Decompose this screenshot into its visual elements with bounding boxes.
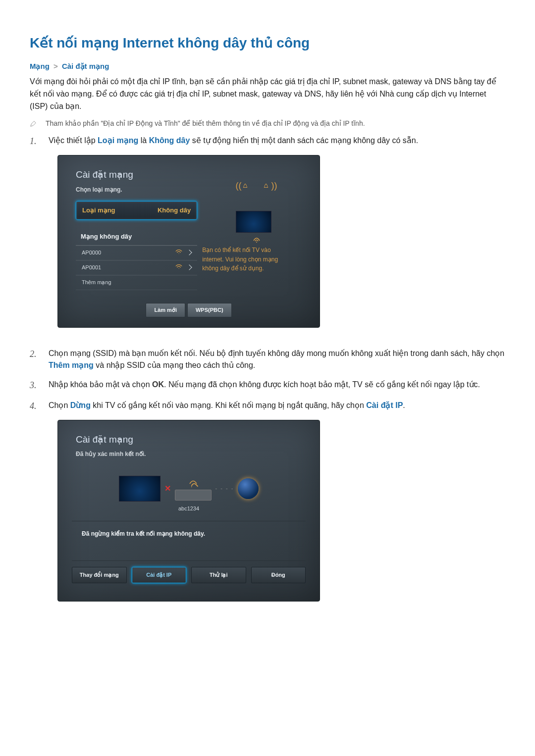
help-line-3: không dây để sử dụng.	[202, 264, 311, 273]
ap-name: AP0000	[82, 249, 101, 257]
breadcrumb: Mạng > Cài đặt mạng	[30, 62, 505, 71]
monitor-icon	[119, 476, 160, 502]
ap-item-1[interactable]: AP0001	[76, 260, 197, 275]
step-number-1: 1.	[30, 135, 40, 340]
wave-right-icon: 𑀏))	[263, 179, 277, 193]
step-number-4: 4.	[30, 400, 40, 614]
panel1-subtitle: Chọn loại mạng.	[58, 182, 320, 202]
connection-dots-icon: - - - -	[215, 484, 234, 493]
note-text: Tham khảo phần "Địa chỉ IP Động và Tĩnh"…	[46, 119, 365, 127]
network-type-select[interactable]: Loại mạng Không dây	[76, 201, 197, 220]
panel2-subtitle: Đã hủy xác minh kết nối.	[58, 447, 320, 466]
breadcrumb-sep: >	[52, 62, 60, 70]
wave-left-icon: ((𑀏	[236, 179, 251, 193]
close-button[interactable]: Đóng	[251, 567, 306, 583]
change-network-button[interactable]: Thay đổi mạng	[72, 567, 127, 583]
monitor-icon	[236, 211, 271, 233]
step-number-3: 3.	[30, 379, 40, 393]
connection-diagram: ✕ - - - -	[72, 469, 306, 504]
network-type-value: Không dây	[158, 205, 191, 215]
connected-ap-label: abc1234	[72, 504, 306, 513]
globe-icon	[238, 478, 259, 499]
wps-button[interactable]: WPS(PBC)	[187, 303, 232, 317]
router-icon	[175, 490, 212, 501]
help-line-2: internet. Vui lòng chọn mạng	[202, 255, 311, 264]
refresh-button[interactable]: Làm mới	[146, 303, 185, 317]
status-message: Đã ngừng kiểm tra kết nối mạng không dây…	[72, 521, 306, 561]
step-4-text: Chọn Dừng khi TV cố gắng kết nối vào mạn…	[49, 400, 405, 614]
add-network-item[interactable]: Thêm mạng	[76, 275, 197, 290]
panel1-title: Cài đặt mạng	[58, 155, 320, 182]
fail-x-icon: ✕	[164, 483, 171, 495]
network-type-label: Loại mạng	[82, 205, 115, 215]
breadcrumb-network: Mạng	[30, 62, 50, 70]
intro-text: Với mạng đòi hỏi phải có một địa chỉ IP …	[30, 76, 505, 112]
add-network-label: Thêm mạng	[82, 278, 111, 287]
panel2-title: Cài đặt mạng	[58, 420, 320, 447]
ap-item-0[interactable]: AP0000	[76, 246, 197, 260]
step-2-text: Chọn mạng (SSID) mà bạn muốn kết nối. Nế…	[49, 348, 505, 372]
chevron-right-icon	[186, 250, 192, 255]
router-icon	[252, 236, 262, 246]
network-settings-panel-2: Cài đặt mạng Đã hủy xác minh kết nối. ✕ …	[57, 420, 320, 602]
wifi-icon	[175, 263, 182, 272]
breadcrumb-settings: Cài đặt mạng	[62, 62, 109, 70]
chevron-right-icon	[186, 264, 192, 270]
help-line-1: Bạn có thể kết nối TV vào	[202, 246, 311, 255]
wireless-network-section: Mạng không dây	[76, 229, 197, 245]
network-settings-panel-1: Cài đặt mạng Chọn loại mạng. Loại mạng K…	[57, 155, 320, 328]
note-icon	[30, 120, 37, 129]
retry-button[interactable]: Thử lại	[191, 567, 246, 583]
step-number-2: 2.	[30, 348, 40, 372]
ap-name: AP0001	[82, 263, 101, 272]
step-1-text: Việc thiết lập Loại mạng là Không dây sẽ…	[49, 135, 418, 340]
page-title: Kết nối mạng Internet không dây thủ công	[30, 35, 505, 51]
step-3-text: Nhập khóa bảo mật và chọn OK. Nếu mạng đ…	[49, 379, 480, 393]
wifi-icon	[175, 249, 182, 257]
svg-point-0	[256, 242, 257, 243]
connection-illustration: ((𑀏𑀏))	[202, 201, 311, 246]
ip-settings-button[interactable]: Cài đặt IP	[132, 567, 187, 583]
